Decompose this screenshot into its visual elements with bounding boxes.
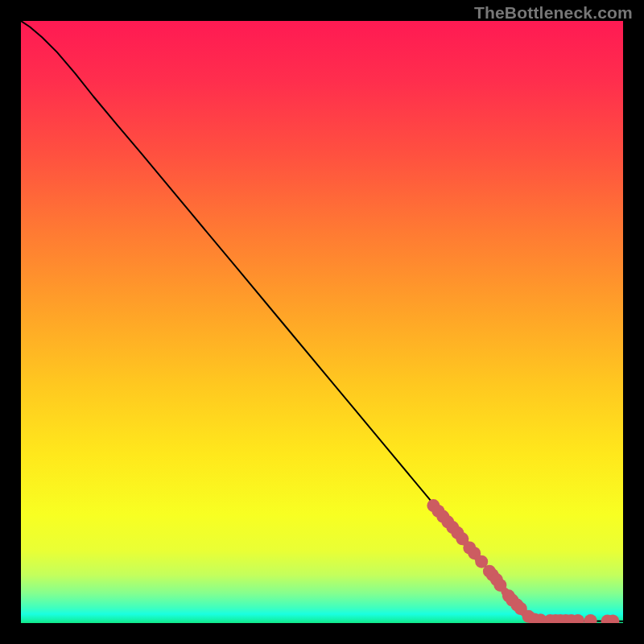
highlight-dot [584, 614, 597, 623]
chart-frame [21, 21, 623, 623]
watermark-label: TheBottleneck.com [474, 3, 633, 23]
curve-line [21, 21, 623, 621]
chart-overlay [21, 21, 623, 623]
highlight-dots [427, 499, 619, 623]
